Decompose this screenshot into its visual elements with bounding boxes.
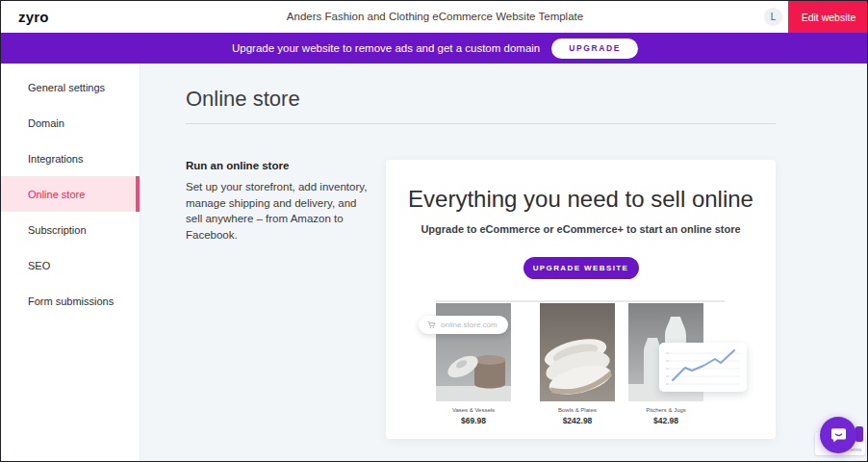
product-card-bowls: Bowls & Plates $242.98 (540, 303, 615, 425)
intro-section: Run an online store Set up your storefro… (186, 160, 373, 244)
sidebar-item-subscription[interactable]: Subscription (1, 212, 140, 247)
product-name: Vases & Vessels (436, 407, 511, 413)
product-price: $42.98 (628, 416, 703, 425)
chat-widget-tab (855, 426, 863, 442)
promo-subheading: Upgrade to eCommerce or eCommerce+ to st… (386, 223, 776, 235)
mockup-top-line (436, 300, 725, 302)
page-title: Online store (186, 87, 300, 112)
storefront-mockup: online.store.com (436, 303, 725, 433)
ecommerce-promo-card: Everything you need to sell online Upgra… (386, 160, 776, 439)
top-header: zyro Anders Fashion and Clothing eCommer… (1, 1, 868, 33)
sidebar-item-integrations[interactable]: Integrations (1, 141, 140, 176)
sparkline-chart (659, 343, 747, 392)
sparkline-polyline (673, 350, 734, 380)
main-content: Online store Run an online store Set up … (140, 64, 868, 462)
upgrade-banner: Upgrade your website to remove ads and g… (1, 33, 868, 64)
store-url-pill: online.store.com (419, 316, 508, 334)
sidebar-item-general-settings[interactable]: General settings (1, 69, 140, 105)
product-price: $69.98 (436, 416, 511, 425)
product-price: $242.98 (540, 416, 615, 425)
upgrade-button[interactable]: UPGRADE (551, 38, 638, 59)
sidebar-item-online-store[interactable]: Online store (1, 176, 140, 212)
cart-icon (427, 321, 436, 329)
product-image-bowls (540, 303, 615, 401)
settings-sidebar: General settings Domain Integrations Onl… (1, 64, 140, 462)
app-window: zyro Anders Fashion and Clothing eCommer… (0, 0, 868, 462)
intro-body: Set up your storefront, add inventory, m… (186, 179, 373, 244)
site-template-title: Anders Fashion and Clothing eCommerce We… (1, 11, 868, 22)
chat-bubble-icon (830, 426, 848, 444)
title-divider (186, 123, 776, 124)
edit-website-button[interactable]: Edit website (788, 1, 868, 33)
upgrade-banner-text: Upgrade your website to remove ads and g… (232, 42, 540, 54)
sidebar-item-form-submissions[interactable]: Form submissions (1, 283, 140, 319)
chat-launcher-button[interactable] (820, 417, 856, 453)
intro-heading: Run an online store (186, 160, 373, 171)
sidebar-item-seo[interactable]: SEO (1, 247, 140, 283)
product-name: Pitchers & Jugs (628, 407, 703, 413)
store-url-text: online.store.com (441, 321, 498, 329)
sidebar-item-domain[interactable]: Domain (1, 105, 140, 141)
user-avatar[interactable]: L (764, 8, 782, 26)
promo-heading: Everything you need to sell online (386, 186, 776, 213)
product-name: Bowls & Plates (540, 407, 615, 413)
upgrade-website-button[interactable]: UPGRADE WEBSITE (523, 257, 639, 279)
sparkline-svg (659, 343, 747, 392)
